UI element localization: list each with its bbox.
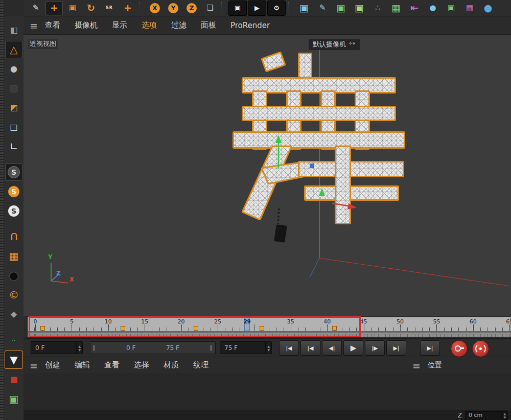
goto-start-button[interactable]: |◀: [279, 340, 299, 356]
menu-icon[interactable]: ≡: [30, 20, 38, 31]
viewport[interactable]: 透视视图 默认摄像机 °°: [24, 35, 511, 316]
sphere-object-tool[interactable]: ●: [5, 267, 22, 284]
simulate-menu[interactable]: ⇤: [406, 1, 423, 15]
drop-arrow-tool[interactable]: ▼: [5, 351, 23, 369]
edges-mode-tool[interactable]: ◩: [5, 99, 22, 116]
field-spinner[interactable]: ▲ ▼: [76, 342, 82, 354]
play-button[interactable]: ▶: [343, 340, 363, 356]
field-spinner[interactable]: ▲ ▼: [501, 412, 507, 419]
polygons-mode-tool[interactable]: □: [5, 119, 22, 136]
scale-tool[interactable]: ▣: [64, 1, 81, 15]
selection-live-tool[interactable]: S: [5, 164, 22, 181]
mograph-menu[interactable]: ▦: [387, 1, 405, 15]
subdivision-surface-menu[interactable]: ▣: [332, 1, 350, 15]
world-gizmo-lines: [44, 254, 85, 295]
field-spinner[interactable]: ▲ ▼: [265, 342, 271, 354]
coord-system-toggle[interactable]: SR: [101, 1, 118, 15]
z-coordinate-field[interactable]: 0 cm ▲ ▼: [465, 411, 508, 419]
character-mesh[interactable]: [234, 53, 404, 223]
diamond-tool[interactable]: ◆: [5, 306, 22, 323]
current-frame-value: 0 F: [35, 344, 76, 352]
move-tool[interactable]: +: [45, 1, 63, 15]
world-axis-gizmo: Y Z X: [44, 254, 85, 295]
purple-array-tool[interactable]: ▦: [461, 1, 478, 15]
points-mode-tool[interactable]: ■: [5, 80, 22, 97]
spinner-down-icon[interactable]: ▼: [78, 348, 81, 352]
y-axis-lock[interactable]: Y: [165, 1, 182, 15]
spinner-up-icon[interactable]: ▲: [267, 344, 270, 348]
axis-modifier-tool[interactable]: +: [119, 1, 136, 15]
convert-object-tool[interactable]: ◧: [5, 21, 22, 39]
green-cube-tool[interactable]: ▣: [5, 390, 22, 408]
tool-glyph: ⇤: [410, 3, 419, 13]
current-frame-marker[interactable]: 29: [244, 317, 250, 331]
x-axis-lock[interactable]: X: [146, 1, 164, 15]
selection-rect-tool[interactable]: S: [5, 183, 22, 200]
menu-icon[interactable]: ≡: [30, 360, 38, 371]
xpresso-tool[interactable]: ∴: [5, 331, 22, 348]
grid-array-tool[interactable]: ▦: [5, 247, 22, 265]
mograph-cube-tool[interactable]: ▣: [443, 1, 460, 15]
workplane-mode-tool[interactable]: ∟: [5, 138, 22, 155]
render-settings-button[interactable]: ⚙: [267, 1, 286, 16]
volume-menu[interactable]: ▣: [351, 1, 368, 15]
tool-glyph: ▣: [336, 3, 345, 13]
spinner-down-icon[interactable]: ▼: [503, 415, 506, 419]
range-right-grip[interactable]: ‖: [210, 344, 214, 351]
tool-glyph: ◧: [10, 26, 17, 34]
snap-magnet-tool[interactable]: U: [5, 228, 22, 245]
spinner-up-icon[interactable]: ▲: [78, 344, 81, 348]
render-picture-viewer-button[interactable]: ▶: [248, 1, 266, 16]
texture-mode-tool[interactable]: ●: [5, 60, 22, 78]
goto-prev-key-button[interactable]: |◀: [300, 340, 320, 356]
tool-glyph: ∴: [375, 4, 380, 12]
timeline-scrollbar[interactable]: [28, 332, 511, 337]
dock-handle-strip[interactable]: [0, 0, 4, 420]
material-manager-panel[interactable]: [24, 373, 511, 410]
spline-pen-tool[interactable]: ✎: [27, 1, 44, 15]
camera-badge[interactable]: 默认摄像机 °°: [309, 39, 360, 50]
prev-frame-button[interactable]: ◀|: [322, 340, 342, 356]
spline-pen-menu[interactable]: ✎: [314, 1, 331, 15]
record-keyframe-button[interactable]: [451, 340, 468, 357]
coordinates-manager-header: ≡ 位置尺寸: [406, 357, 511, 373]
render-view-button[interactable]: ▣: [228, 1, 247, 16]
keyframes: [28, 317, 510, 331]
autokey-button[interactable]: [472, 340, 489, 357]
c-circle-tool[interactable]: ©: [5, 286, 22, 304]
menu-icon[interactable]: ≡: [412, 360, 421, 371]
keyframe-marker[interactable]: [194, 326, 198, 331]
toolbar-separator-1[interactable]: [139, 2, 144, 14]
range-left-grip[interactable]: ‖: [92, 344, 96, 351]
tool-glyph: ■: [10, 84, 17, 92]
keyframe-marker[interactable]: [121, 326, 125, 331]
spinner-down-icon[interactable]: ▼: [267, 348, 270, 352]
selection-free-tool[interactable]: S: [5, 202, 22, 220]
toolbar-separator-2[interactable]: [221, 2, 226, 14]
current-frame-field[interactable]: 0 F ▲ ▼: [31, 341, 83, 354]
view-label[interactable]: 透视视图: [28, 39, 58, 49]
blue-sphere-tool[interactable]: ●: [479, 1, 497, 15]
fields-menu[interactable]: ∴: [369, 1, 386, 15]
extrude-handle[interactable]: [274, 208, 288, 243]
keyframe-marker[interactable]: [40, 326, 45, 331]
timeline-ruler[interactable]: 051015202535404550556065 29: [28, 317, 511, 332]
top-toolbar: ✎ + ▣ ↻ SR +: [24, 0, 511, 16]
max-frame-field[interactable]: 75 F ▲ ▼: [220, 341, 272, 354]
primitive-cube-menu[interactable]: ▣: [295, 1, 313, 15]
goto-end-button[interactable]: ▶|: [420, 340, 440, 356]
workplane-toggle[interactable]: ❏: [201, 1, 219, 15]
rotate-tool[interactable]: ↻: [82, 1, 100, 15]
next-key-button[interactable]: ▶|: [386, 340, 406, 356]
red-material-tool[interactable]: ■: [5, 371, 22, 388]
spinner-up-icon[interactable]: ▲: [503, 412, 506, 415]
next-frame-button[interactable]: |▶: [365, 340, 385, 356]
keyframe-marker[interactable]: [332, 326, 337, 331]
preview-range-slider[interactable]: ‖ 0 F 75 F ‖: [90, 341, 216, 354]
keyframe-marker[interactable]: [260, 326, 264, 331]
model-mode-tool[interactable]: △: [5, 41, 22, 58]
toolbar-separator-3[interactable]: [288, 2, 293, 14]
playback-buttons: |◀ |◀ ◀| ▶ |▶ ▶|: [279, 340, 406, 356]
z-axis-lock[interactable]: Z: [183, 1, 200, 15]
character-menu[interactable]: ●: [424, 1, 442, 15]
